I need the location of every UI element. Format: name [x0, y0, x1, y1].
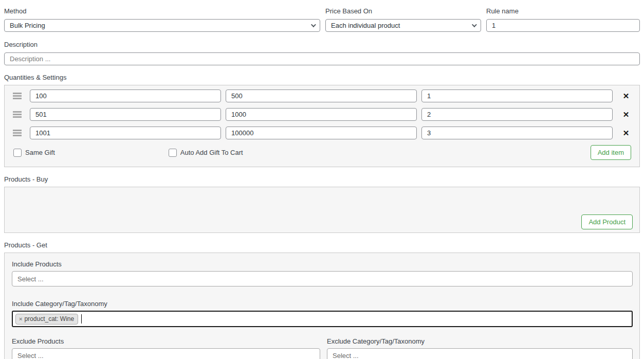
quantity-to-input[interactable]: [226, 127, 417, 139]
selected-category-tag-label: product_cat: Wine: [24, 315, 74, 322]
same-gift-option: Same Gift: [13, 149, 55, 157]
price-based-on-select-value: Each individual product: [331, 22, 400, 29]
pricing-rule-form: Method Bulk Pricing Price Based On Each …: [0, 0, 644, 359]
include-products-label: Include Products: [12, 260, 633, 268]
exclude-category-placeholder: Select ...: [333, 352, 359, 359]
products-get-section-label: Products - Get: [4, 241, 640, 249]
description-field: Description: [4, 41, 640, 65]
remove-row-cell: ✕: [613, 129, 639, 137]
quantity-from-input[interactable]: [30, 127, 221, 139]
drag-handle-icon: [13, 129, 22, 137]
remove-row-cell: ✕: [613, 111, 639, 119]
drag-handle-icon: [13, 92, 22, 100]
text-cursor: [81, 314, 82, 324]
price-based-on-select[interactable]: Each individual product: [325, 19, 481, 32]
products-get-box: Include Products Select ... Include Cate…: [4, 253, 640, 359]
quantity-row: ✕: [5, 127, 639, 139]
auto-add-gift-checkbox[interactable]: [169, 149, 177, 157]
quantity-from-input[interactable]: [30, 108, 221, 121]
rule-name-field: Rule name: [486, 7, 640, 32]
price-based-on-field: Price Based On Each individual product: [325, 7, 481, 32]
selected-category-tag: × product_cat: Wine: [15, 314, 78, 325]
remove-row-cell: ✕: [613, 92, 639, 100]
add-product-button[interactable]: Add Product: [581, 214, 633, 229]
drag-handle-icon: [13, 110, 22, 119]
include-products-placeholder: Select ...: [17, 275, 44, 283]
chevron-down-icon: [472, 22, 477, 27]
description-label: Description: [4, 41, 640, 48]
exclude-products-label: Exclude Products: [12, 337, 320, 345]
quantity-value-input[interactable]: [421, 89, 613, 102]
rule-name-label: Rule name: [486, 7, 640, 15]
exclude-category-field: Exclude Category/Tag/Taxonomy Select ...: [327, 337, 633, 359]
auto-add-gift-option: Auto Add Gift To Cart: [169, 149, 243, 157]
exclude-category-label: Exclude Category/Tag/Taxonomy: [327, 337, 633, 345]
method-label: Method: [4, 7, 320, 15]
same-gift-label[interactable]: Same Gift: [25, 149, 55, 156]
exclude-products-placeholder: Select ...: [17, 352, 44, 359]
rule-name-input[interactable]: [486, 19, 640, 32]
method-select-value: Bulk Pricing: [10, 22, 45, 29]
description-input[interactable]: [4, 52, 640, 65]
chevron-down-icon: [311, 22, 316, 27]
quantity-value-input[interactable]: [421, 108, 613, 121]
add-item-button[interactable]: Add item: [591, 145, 631, 160]
quantity-value-input[interactable]: [421, 127, 613, 139]
auto-add-gift-label[interactable]: Auto Add Gift To Cart: [180, 149, 243, 156]
quantities-controls-row: Same Gift Auto Add Gift To Cart Add item: [5, 145, 639, 160]
drag-handle[interactable]: [5, 92, 30, 100]
include-category-label: Include Category/Tag/Taxonomy: [12, 300, 633, 308]
include-category-select[interactable]: × product_cat: Wine: [12, 311, 633, 327]
exclude-products-select[interactable]: Select ...: [12, 348, 320, 359]
include-products-select[interactable]: Select ...: [12, 271, 633, 286]
remove-row-button[interactable]: ✕: [623, 111, 630, 118]
top-fields-row: Method Bulk Pricing Price Based On Each …: [4, 7, 640, 32]
same-gift-checkbox[interactable]: [13, 149, 22, 157]
method-field: Method Bulk Pricing: [4, 7, 320, 32]
products-buy-box: Add Product: [4, 187, 640, 233]
quantities-section-label: Quantities & Settings: [4, 74, 640, 81]
quantities-box: ✕ ✕ ✕: [4, 85, 640, 167]
quantity-to-input[interactable]: [226, 89, 417, 102]
remove-row-button[interactable]: ✕: [623, 129, 630, 137]
quantity-row: ✕: [5, 89, 639, 102]
price-based-on-label: Price Based On: [325, 7, 481, 15]
quantity-row: ✕: [5, 108, 639, 121]
drag-handle[interactable]: [5, 129, 30, 137]
quantity-to-input[interactable]: [226, 108, 417, 121]
drag-handle[interactable]: [5, 110, 30, 119]
exclude-fields-row: Exclude Products Select ... Exclude Cate…: [12, 337, 633, 359]
quantity-from-input[interactable]: [30, 89, 221, 102]
products-buy-section-label: Products - Buy: [4, 175, 640, 183]
exclude-products-field: Exclude Products Select ...: [12, 337, 320, 359]
remove-tag-icon[interactable]: ×: [19, 316, 22, 322]
exclude-category-select[interactable]: Select ...: [327, 348, 633, 359]
remove-row-button[interactable]: ✕: [623, 92, 630, 100]
method-select[interactable]: Bulk Pricing: [4, 19, 320, 32]
